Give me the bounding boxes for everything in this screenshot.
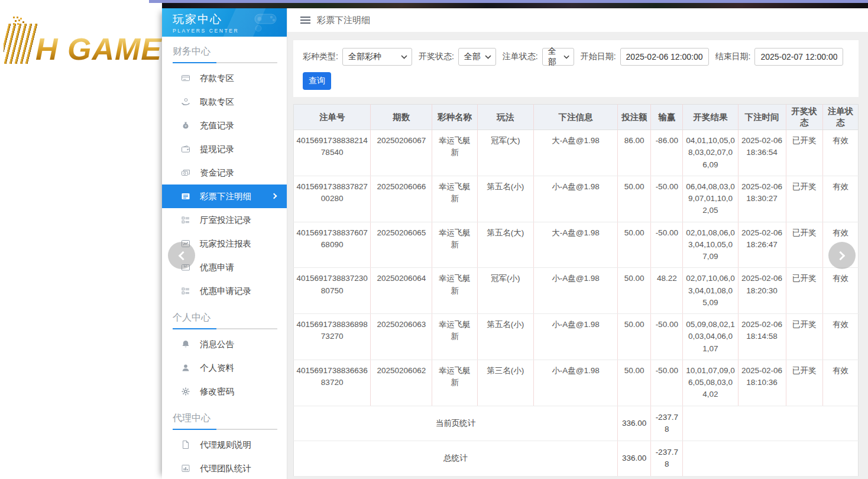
- start-date-input[interactable]: [620, 48, 709, 66]
- end-date-label: 结束日期:: [715, 51, 751, 62]
- profile-icon: [181, 363, 191, 373]
- cell-bet-amount: 86.00: [618, 130, 651, 176]
- sidebar-item-profile[interactable]: 个人资料: [162, 356, 287, 380]
- sidebar-item-label: 取款专区: [200, 96, 234, 108]
- draw-status-label: 开奖状态:: [419, 51, 454, 62]
- order-status-value: 全部: [548, 46, 563, 67]
- cell-draw-status: 已开奖: [786, 176, 822, 222]
- cell-bet-time: 2025-02-06 18:36:54: [738, 130, 786, 176]
- col-header-draw-status: 开奖状态: [786, 105, 822, 130]
- chevron-right-icon: [836, 251, 846, 260]
- sidebar-item-lottery-bet-details[interactable]: 彩票下注明细: [162, 185, 287, 208]
- sidebar-item-withdraw-zone[interactable]: 取款专区: [162, 90, 287, 114]
- cell-draw-result: 02,01,08,06,03,04,10,05,07,09: [683, 222, 738, 268]
- summary-bet-amount: 336.00: [618, 441, 651, 477]
- cell-win-loss: -50.00: [651, 222, 683, 268]
- cell-draw-status: 已开奖: [786, 360, 822, 406]
- cell-bet-amount: 50.00: [618, 360, 651, 406]
- cell-draw-result: 06,04,08,03,09,07,01,10,02,05: [683, 176, 738, 222]
- player-center-app: 玩家中心 PLAYERS CENTER 财务中心存款专区取款专区¥充值记录提现记…: [162, 8, 868, 479]
- main-content: 彩票下注明细 彩种类型: 全部彩种 开奖状态: 全部: [287, 8, 868, 479]
- funds-records-icon: [181, 168, 191, 178]
- summary-win-loss: -237.78: [651, 406, 683, 441]
- cell-lottery-name: 幸运飞艇新: [432, 176, 477, 222]
- order-status-label: 注单状态:: [503, 51, 538, 62]
- cell-order-status: 有效: [822, 176, 858, 222]
- cell-draw-status: 已开奖: [786, 314, 822, 360]
- agent-rules-icon: [181, 440, 191, 450]
- cell-bet-amount: 50.00: [618, 268, 651, 314]
- lottery-type-select[interactable]: 全部彩种: [342, 48, 412, 66]
- sidebar-item-label: 玩家投注报表: [200, 238, 251, 250]
- sidebar-item-change-password[interactable]: 修改密码: [162, 380, 287, 403]
- agent-team-stats-icon: [181, 464, 191, 474]
- section-title-agent-center: 代理中心: [162, 403, 287, 429]
- sidebar-item-recharge-records[interactable]: ¥充值记录: [162, 114, 287, 137]
- sidebar-item-label: 优惠申请记录: [200, 286, 251, 297]
- sidebar-item-withdrawal-records[interactable]: 提现记录: [162, 137, 287, 161]
- cell-bet-time: 2025-02-06 18:14:58: [738, 314, 786, 360]
- sidebar-item-hall-bet-records[interactable]: 厅室投注记录: [162, 208, 287, 232]
- sidebar-item-label: 存款专区: [200, 73, 234, 84]
- recharge-records-icon: ¥: [181, 121, 191, 131]
- section-title-finance-center: 财务中心: [162, 37, 287, 62]
- bet-details-table-card: 注单号期数彩种名称玩法下注信息投注额输赢开奖结果下注时间开奖状态注单状态4015…: [293, 104, 859, 477]
- cell-bet-info: 小-A盘@1.98: [533, 268, 617, 314]
- withdrawal-records-icon: [181, 144, 191, 154]
- cell-win-loss: -50.00: [651, 314, 683, 360]
- col-header-bet-time: 下注时间: [738, 105, 786, 130]
- cell-order-status: 有效: [822, 360, 858, 406]
- summary-bet-amount: 336.00: [618, 406, 651, 441]
- menu-toggle-icon[interactable]: [300, 17, 310, 24]
- chevron-left-icon: [179, 251, 188, 260]
- cell-lottery-name: 幸运飞艇新: [432, 222, 477, 268]
- summary-empty: [683, 406, 859, 441]
- promo-apply-records-icon: [181, 286, 191, 296]
- withdraw-zone-icon: [181, 97, 191, 107]
- draw-status-select[interactable]: 全部: [458, 48, 496, 66]
- collapse-left-button[interactable]: [168, 242, 195, 269]
- content-body: 彩种类型: 全部彩种 开奖状态: 全部 注单状态: 全部: [287, 32, 868, 479]
- change-password-icon: [181, 387, 191, 397]
- cell-bet-info: 大-A盘@1.98: [533, 130, 617, 176]
- cell-order-id: 401569173883689873270: [294, 314, 371, 360]
- section-underline: [173, 429, 277, 430]
- logo-text: H GAME: [35, 35, 162, 64]
- cell-bet-time: 2025-02-06 18:30:27: [738, 176, 786, 222]
- cell-play-type: 冠军(小): [477, 268, 533, 314]
- col-header-lottery-name: 彩种名称: [432, 105, 477, 130]
- chevron-down-icon: [563, 55, 569, 59]
- cell-period: 20250206063: [371, 314, 432, 360]
- collapse-right-button[interactable]: [828, 242, 856, 269]
- gamepad-icon: [250, 12, 281, 33]
- sidebar-item-announcements[interactable]: 消息公告: [162, 332, 287, 356]
- table-row: 40156917388382147854020250206067幸运飞艇新冠军(…: [294, 130, 859, 176]
- col-header-order-id: 注单号: [294, 105, 371, 130]
- summary-label: 总统计: [294, 441, 618, 477]
- sidebar-item-funds-records[interactable]: 资金记录: [162, 161, 287, 185]
- cell-bet-time: 2025-02-06 18:26:47: [738, 222, 786, 268]
- hh-game-logo: H GAME: [4, 15, 162, 64]
- search-button[interactable]: 查询: [303, 72, 331, 90]
- screen: H GAME 玩家中心 PLAYERS CENTER 财务中心存款专区取款专区¥…: [0, 0, 868, 479]
- cell-period: 20250206067: [371, 130, 432, 176]
- cell-lottery-name: 幸运飞艇新: [432, 268, 477, 314]
- sidebar-item-deposit-zone[interactable]: 存款专区: [162, 66, 287, 90]
- cell-draw-status: 已开奖: [786, 130, 822, 176]
- cell-bet-time: 2025-02-06 18:20:30: [738, 268, 786, 314]
- cell-lottery-name: 幸运飞艇新: [432, 130, 477, 176]
- table-row: 40156917388372308075020250206064幸运飞艇新冠军(…: [294, 268, 859, 314]
- sidebar-item-agent-rules[interactable]: 代理规则说明: [162, 433, 287, 457]
- cell-bet-amount: 50.00: [618, 176, 651, 222]
- hall-bet-records-icon: [181, 215, 191, 225]
- cell-win-loss: 48.22: [651, 268, 683, 314]
- end-date-input[interactable]: [754, 48, 843, 66]
- sidebar-item-promo-apply-records[interactable]: 优惠申请记录: [162, 279, 287, 303]
- col-header-draw-result: 开奖结果: [683, 105, 738, 130]
- sidebar-item-agent-team-stats[interactable]: 代理团队统计: [162, 457, 287, 479]
- table-row: 40156917388376076809020250206065幸运飞艇新第五名…: [294, 222, 859, 268]
- col-header-play-type: 玩法: [477, 105, 533, 130]
- col-header-win-loss: 输赢: [651, 105, 683, 130]
- order-status-select[interactable]: 全部: [542, 48, 574, 66]
- sidebar-item-label: 提现记录: [200, 144, 234, 155]
